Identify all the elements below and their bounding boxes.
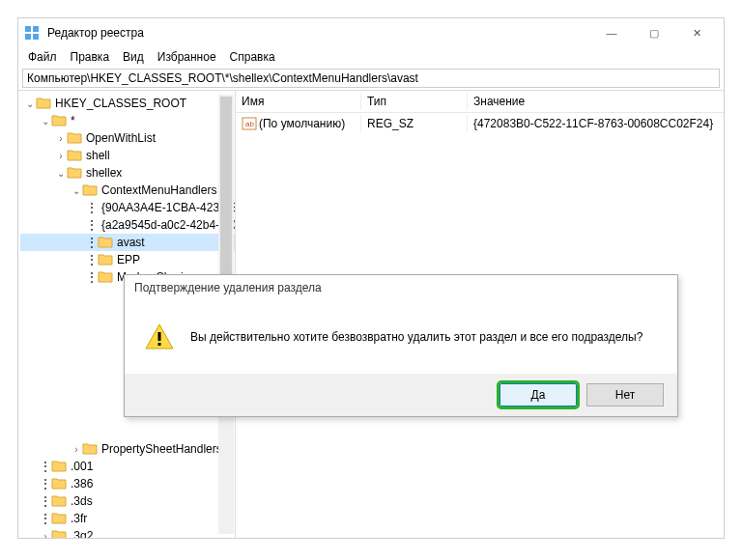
window-title: Редактор реестра	[47, 26, 590, 40]
tree-node[interactable]: shellex	[86, 166, 122, 180]
expand-icon[interactable]: ›	[40, 531, 51, 539]
tree-node[interactable]: {a2a9545d-a0c2-42b4-9708-a0b2badd77c8}	[101, 218, 236, 232]
svg-text:ab: ab	[245, 120, 254, 128]
folder-icon	[67, 166, 82, 180]
dialog-buttons: Да Нет	[125, 374, 677, 416]
tree-node[interactable]: *	[71, 114, 75, 127]
svg-rect-6	[158, 332, 161, 341]
folder-icon	[67, 131, 82, 145]
tree-node[interactable]: .3ds	[71, 494, 93, 508]
folder-icon	[82, 183, 98, 197]
menu-help[interactable]: Справка	[230, 50, 275, 64]
dialog-message: Вы действительно хотите безвозвратно уда…	[190, 330, 642, 344]
tree-node[interactable]: HKEY_CLASSES_ROOT	[55, 97, 186, 110]
dialog-title: Подтверждение удаления раздела	[125, 275, 677, 304]
folder-icon	[98, 236, 113, 249]
menu-file[interactable]: Файл	[28, 50, 57, 64]
col-type[interactable]: Тип	[361, 93, 468, 110]
string-value-icon: ab	[242, 117, 257, 130]
app-icon	[24, 25, 40, 41]
folder-icon	[98, 253, 113, 266]
minimize-button[interactable]: —	[590, 19, 633, 46]
no-button[interactable]: Нет	[586, 383, 664, 406]
tree-node[interactable]: {90AA3A4E-1CBA-4233-B8BB-535773D4844A}	[101, 201, 236, 214]
tree-node[interactable]: PropertySheetHandlers	[101, 442, 222, 456]
titlebar[interactable]: Редактор реестра — ▢ ✕	[18, 18, 724, 47]
menu-edit[interactable]: Правка	[71, 50, 110, 64]
expand-icon[interactable]: ›	[55, 133, 67, 144]
value-name: (По умолчанию)	[259, 117, 345, 130]
svg-rect-3	[33, 34, 39, 40]
folder-icon	[36, 97, 51, 110]
menubar: Файл Правка Вид Избранное Справка	[18, 47, 724, 67]
close-button[interactable]: ✕	[675, 19, 718, 46]
confirm-dialog: Подтверждение удаления раздела Вы действ…	[124, 274, 678, 417]
tree-node-selected[interactable]: avast	[117, 236, 145, 249]
yes-button[interactable]: Да	[499, 383, 577, 406]
address-bar[interactable]: Компьютер\HKEY_CLASSES_ROOT\*\shellex\Co…	[22, 69, 720, 88]
maximize-button[interactable]: ▢	[633, 19, 675, 46]
col-data[interactable]: Значение	[468, 93, 724, 110]
column-headers: Имя Тип Значение	[236, 91, 724, 113]
folder-icon	[67, 149, 82, 162]
folder-icon	[51, 529, 67, 538]
tree-node[interactable]: EPP	[117, 253, 140, 266]
folder-icon	[51, 460, 67, 473]
svg-rect-2	[25, 34, 31, 40]
menu-favorites[interactable]: Избранное	[157, 50, 216, 64]
tree-node[interactable]: .386	[71, 477, 93, 490]
folder-icon	[51, 477, 67, 490]
tree-node[interactable]: ContextMenuHandlers	[101, 183, 216, 197]
folder-icon	[98, 270, 113, 284]
svg-rect-0	[25, 26, 31, 32]
expand-icon[interactable]: ›	[71, 444, 82, 455]
tree-node[interactable]: OpenWithList	[86, 131, 156, 145]
value-type: REG_SZ	[361, 115, 468, 132]
col-name[interactable]: Имя	[236, 93, 361, 110]
svg-rect-7	[158, 343, 161, 346]
expand-icon[interactable]: ›	[55, 151, 67, 161]
folder-icon	[82, 442, 98, 456]
value-data: {472083B0-C522-11CF-8763-00608CC02F24}	[468, 115, 724, 132]
tree-node[interactable]: .001	[71, 460, 93, 473]
tree-node[interactable]: .3fr	[71, 512, 87, 525]
svg-rect-1	[33, 26, 39, 32]
menu-view[interactable]: Вид	[123, 50, 144, 64]
tree-node[interactable]: .3g2	[71, 529, 93, 538]
collapse-icon[interactable]: ⌄	[24, 98, 36, 109]
collapse-icon[interactable]: ⌄	[40, 116, 51, 126]
collapse-icon[interactable]: ⌄	[71, 185, 82, 196]
collapse-icon[interactable]: ⌄	[55, 168, 67, 179]
tree-node[interactable]: shell	[86, 149, 110, 162]
value-row[interactable]: ab (По умолчанию) REG_SZ {472083B0-C522-…	[236, 113, 724, 134]
folder-icon	[51, 494, 67, 508]
scrollbar-thumb[interactable]	[220, 97, 232, 290]
warning-icon	[144, 322, 175, 352]
folder-icon	[51, 114, 67, 127]
folder-icon	[51, 512, 67, 525]
